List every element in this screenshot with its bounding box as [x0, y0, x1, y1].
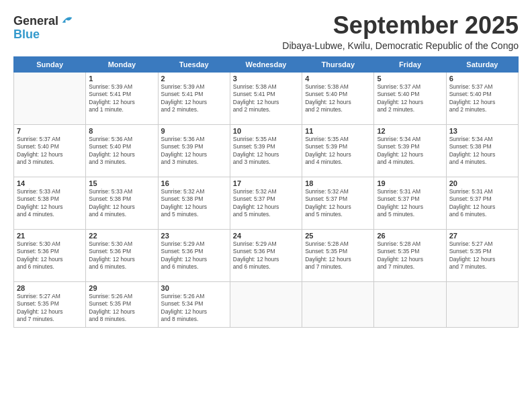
- day-number: 8: [89, 127, 154, 135]
- calendar-cell: [14, 72, 86, 124]
- logo-text-line1: General: [13, 15, 58, 28]
- day-info: Sunrise: 5:32 AM Sunset: 5:38 PM Dayligh…: [161, 188, 227, 219]
- day-number: 25: [305, 232, 371, 240]
- location-title: Dibaya-Lubwe, Kwilu, Democratic Republic…: [282, 40, 519, 51]
- calendar-cell: 26Sunrise: 5:28 AM Sunset: 5:35 PM Dayli…: [374, 229, 446, 281]
- weekday-header-friday: Friday: [374, 56, 446, 72]
- day-info: Sunrise: 5:32 AM Sunset: 5:37 PM Dayligh…: [233, 188, 299, 219]
- day-number: 7: [17, 127, 83, 135]
- day-number: 27: [449, 232, 515, 240]
- day-info: Sunrise: 5:39 AM Sunset: 5:41 PM Dayligh…: [161, 83, 227, 114]
- day-number: 18: [305, 179, 371, 187]
- calendar-cell: [374, 281, 446, 327]
- calendar-cell: 12Sunrise: 5:34 AM Sunset: 5:39 PM Dayli…: [374, 124, 446, 177]
- day-number: 4: [305, 75, 371, 83]
- day-info: Sunrise: 5:39 AM Sunset: 5:41 PM Dayligh…: [89, 83, 154, 114]
- day-info: Sunrise: 5:27 AM Sunset: 5:35 PM Dayligh…: [449, 240, 515, 271]
- calendar-cell: 3Sunrise: 5:38 AM Sunset: 5:41 PM Daylig…: [230, 72, 302, 124]
- calendar-cell: 22Sunrise: 5:30 AM Sunset: 5:36 PM Dayli…: [86, 229, 158, 281]
- calendar-cell: 21Sunrise: 5:30 AM Sunset: 5:36 PM Dayli…: [14, 229, 86, 281]
- calendar-week-row: 14Sunrise: 5:33 AM Sunset: 5:38 PM Dayli…: [14, 177, 519, 229]
- day-number: 23: [161, 232, 227, 240]
- day-number: 12: [377, 127, 443, 135]
- day-info: Sunrise: 5:30 AM Sunset: 5:36 PM Dayligh…: [89, 240, 154, 271]
- calendar-cell: 2Sunrise: 5:39 AM Sunset: 5:41 PM Daylig…: [158, 72, 230, 124]
- day-number: 21: [17, 232, 83, 240]
- day-number: 13: [449, 127, 515, 135]
- day-info: Sunrise: 5:37 AM Sunset: 5:40 PM Dayligh…: [377, 83, 443, 114]
- weekday-header-tuesday: Tuesday: [158, 56, 230, 72]
- day-number: 10: [233, 127, 299, 135]
- calendar-cell: 24Sunrise: 5:29 AM Sunset: 5:36 PM Dayli…: [230, 229, 302, 281]
- calendar-cell: 20Sunrise: 5:31 AM Sunset: 5:37 PM Dayli…: [446, 177, 518, 229]
- day-number: 28: [17, 284, 83, 292]
- calendar-cell: [446, 281, 518, 327]
- weekday-header-thursday: Thursday: [302, 56, 374, 72]
- calendar-cell: 14Sunrise: 5:33 AM Sunset: 5:38 PM Dayli…: [14, 177, 86, 229]
- day-info: Sunrise: 5:34 AM Sunset: 5:38 PM Dayligh…: [449, 136, 515, 167]
- day-info: Sunrise: 5:38 AM Sunset: 5:40 PM Dayligh…: [305, 83, 371, 114]
- calendar-cell: 13Sunrise: 5:34 AM Sunset: 5:38 PM Dayli…: [446, 124, 518, 177]
- calendar-cell: 16Sunrise: 5:32 AM Sunset: 5:38 PM Dayli…: [158, 177, 230, 229]
- day-number: 17: [233, 179, 299, 187]
- day-number: 14: [17, 179, 83, 187]
- calendar-cell: 28Sunrise: 5:27 AM Sunset: 5:35 PM Dayli…: [14, 281, 86, 327]
- calendar-cell: 1Sunrise: 5:39 AM Sunset: 5:41 PM Daylig…: [86, 72, 158, 124]
- day-info: Sunrise: 5:34 AM Sunset: 5:39 PM Dayligh…: [377, 136, 443, 167]
- day-info: Sunrise: 5:38 AM Sunset: 5:41 PM Dayligh…: [233, 83, 299, 114]
- day-number: 15: [89, 179, 154, 187]
- day-number: 24: [233, 232, 299, 240]
- day-info: Sunrise: 5:35 AM Sunset: 5:39 PM Dayligh…: [305, 136, 371, 167]
- calendar-cell: 4Sunrise: 5:38 AM Sunset: 5:40 PM Daylig…: [302, 72, 374, 124]
- day-info: Sunrise: 5:37 AM Sunset: 5:40 PM Dayligh…: [17, 136, 83, 167]
- day-number: 29: [89, 284, 154, 292]
- calendar-cell: 6Sunrise: 5:37 AM Sunset: 5:40 PM Daylig…: [446, 72, 518, 124]
- calendar-week-row: 21Sunrise: 5:30 AM Sunset: 5:36 PM Dayli…: [14, 229, 519, 281]
- weekday-header-monday: Monday: [86, 56, 158, 72]
- day-number: 2: [161, 75, 227, 83]
- day-info: Sunrise: 5:29 AM Sunset: 5:36 PM Dayligh…: [233, 240, 299, 271]
- calendar-table: SundayMondayTuesdayWednesdayThursdayFrid…: [13, 56, 519, 328]
- logo-text-line2: Blue: [13, 28, 40, 41]
- day-info: Sunrise: 5:29 AM Sunset: 5:36 PM Dayligh…: [161, 240, 227, 271]
- weekday-header-sunday: Sunday: [14, 56, 86, 72]
- day-number: 1: [89, 75, 154, 83]
- day-info: Sunrise: 5:35 AM Sunset: 5:39 PM Dayligh…: [233, 136, 299, 167]
- day-info: Sunrise: 5:27 AM Sunset: 5:35 PM Dayligh…: [17, 293, 83, 324]
- calendar-cell: 9Sunrise: 5:36 AM Sunset: 5:39 PM Daylig…: [158, 124, 230, 177]
- day-number: 20: [449, 179, 515, 187]
- day-info: Sunrise: 5:32 AM Sunset: 5:37 PM Dayligh…: [305, 188, 371, 219]
- calendar-cell: 27Sunrise: 5:27 AM Sunset: 5:35 PM Dayli…: [446, 229, 518, 281]
- header: General Blue September 2025 Dibaya-Lubwe…: [13, 12, 519, 51]
- day-info: Sunrise: 5:26 AM Sunset: 5:35 PM Dayligh…: [89, 293, 154, 324]
- day-info: Sunrise: 5:30 AM Sunset: 5:36 PM Dayligh…: [17, 240, 83, 271]
- day-number: 6: [449, 75, 515, 83]
- calendar-week-row: 1Sunrise: 5:39 AM Sunset: 5:41 PM Daylig…: [14, 72, 519, 124]
- day-info: Sunrise: 5:31 AM Sunset: 5:37 PM Dayligh…: [449, 188, 515, 219]
- calendar-week-row: 7Sunrise: 5:37 AM Sunset: 5:40 PM Daylig…: [14, 124, 519, 177]
- day-number: 3: [233, 75, 299, 83]
- calendar-cell: 29Sunrise: 5:26 AM Sunset: 5:35 PM Dayli…: [86, 281, 158, 327]
- calendar-cell: 18Sunrise: 5:32 AM Sunset: 5:37 PM Dayli…: [302, 177, 374, 229]
- day-info: Sunrise: 5:36 AM Sunset: 5:40 PM Dayligh…: [89, 136, 154, 167]
- day-number: 16: [161, 179, 227, 187]
- calendar-cell: 30Sunrise: 5:26 AM Sunset: 5:34 PM Dayli…: [158, 281, 230, 327]
- day-info: Sunrise: 5:31 AM Sunset: 5:37 PM Dayligh…: [377, 188, 443, 219]
- day-number: 9: [161, 127, 227, 135]
- calendar-cell: 8Sunrise: 5:36 AM Sunset: 5:40 PM Daylig…: [86, 124, 158, 177]
- logo-icon: [60, 13, 75, 28]
- calendar-cell: 7Sunrise: 5:37 AM Sunset: 5:40 PM Daylig…: [14, 124, 86, 177]
- calendar-cell: 19Sunrise: 5:31 AM Sunset: 5:37 PM Dayli…: [374, 177, 446, 229]
- calendar-cell: 17Sunrise: 5:32 AM Sunset: 5:37 PM Dayli…: [230, 177, 302, 229]
- weekday-header-row: SundayMondayTuesdayWednesdayThursdayFrid…: [14, 56, 519, 72]
- calendar-cell: 15Sunrise: 5:33 AM Sunset: 5:38 PM Dayli…: [86, 177, 158, 229]
- calendar-cell: [230, 281, 302, 327]
- day-info: Sunrise: 5:33 AM Sunset: 5:38 PM Dayligh…: [17, 188, 83, 219]
- calendar-week-row: 28Sunrise: 5:27 AM Sunset: 5:35 PM Dayli…: [14, 281, 519, 327]
- weekday-header-saturday: Saturday: [446, 56, 518, 72]
- day-number: 11: [305, 127, 371, 135]
- day-info: Sunrise: 5:36 AM Sunset: 5:39 PM Dayligh…: [161, 136, 227, 167]
- day-number: 22: [89, 232, 154, 240]
- day-info: Sunrise: 5:37 AM Sunset: 5:40 PM Dayligh…: [449, 83, 515, 114]
- calendar-cell: 5Sunrise: 5:37 AM Sunset: 5:40 PM Daylig…: [374, 72, 446, 124]
